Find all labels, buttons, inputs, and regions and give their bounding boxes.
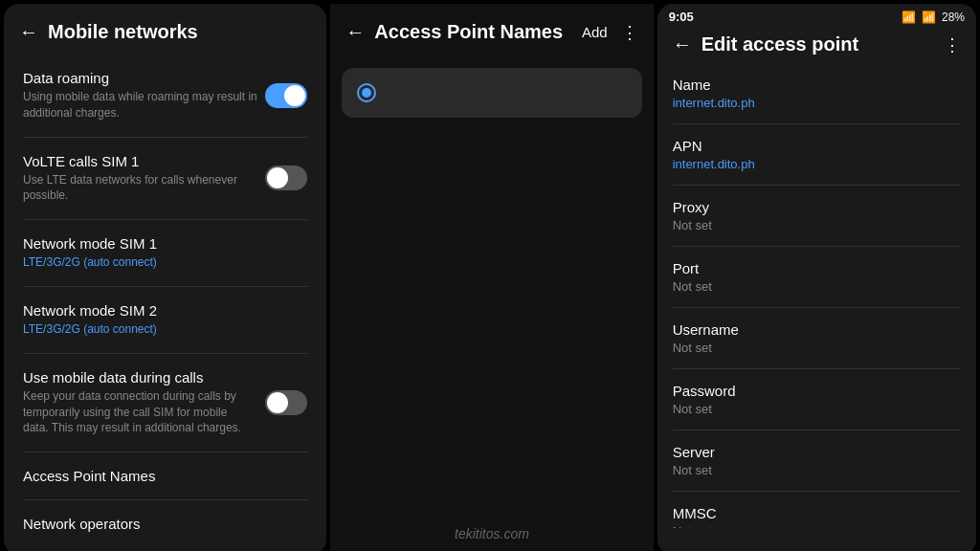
mobile-data-calls-toggle[interactable] bbox=[265, 390, 307, 415]
apn-list-item[interactable] bbox=[342, 68, 641, 118]
toggle-knob bbox=[284, 85, 305, 106]
field-name[interactable]: Name internet.dito.ph bbox=[673, 63, 961, 124]
toggle-knob bbox=[267, 392, 288, 413]
divider bbox=[23, 286, 307, 287]
settings-item-apn[interactable]: Access Point Names bbox=[11, 454, 319, 497]
panel3-title: Edit access point bbox=[702, 33, 934, 55]
add-button[interactable]: Add bbox=[582, 24, 608, 40]
settings-item-data-roaming[interactable]: Data roaming Using mobile data while roa… bbox=[11, 56, 319, 135]
panel3-header: ← Edit access point ⋮ bbox=[657, 26, 976, 63]
volte-toggle[interactable] bbox=[265, 165, 307, 190]
more-options-icon[interactable]: ⋮ bbox=[621, 22, 638, 43]
field-port[interactable]: Port Not set bbox=[673, 247, 961, 308]
field-password[interactable]: Password Not set bbox=[673, 369, 961, 430]
settings-item-volte[interactable]: VoLTE calls SIM 1 Use LTE data networks … bbox=[11, 140, 319, 218]
field-proxy[interactable]: Proxy Not set bbox=[673, 186, 961, 247]
battery-level: 28% bbox=[942, 11, 965, 24]
divider bbox=[23, 137, 307, 138]
apn-container bbox=[330, 56, 653, 129]
panel-apn-list: ← Access Point Names Add ⋮ tekititos.com bbox=[330, 4, 653, 551]
panel-mobile-networks: ← Mobile networks Data roaming Using mob… bbox=[4, 4, 326, 551]
field-mmsc[interactable]: MMSC Not set bbox=[673, 492, 961, 528]
signal-icon: 📶 bbox=[922, 11, 936, 24]
watermark: tekititos.com bbox=[455, 526, 529, 541]
settings-item-network-sim1[interactable]: Network mode SIM 1 LTE/3G/2G (auto conne… bbox=[11, 222, 319, 284]
header-actions: Add ⋮ bbox=[582, 22, 638, 43]
radio-inner bbox=[362, 88, 371, 98]
back-arrow-icon[interactable]: ← bbox=[345, 21, 365, 43]
panel2-title: Access Point Names bbox=[374, 21, 572, 43]
settings-item-network-sim2[interactable]: Network mode SIM 2 LTE/3G/2G (auto conne… bbox=[11, 289, 319, 351]
status-bar: 9:05 📶 📶 28% bbox=[657, 4, 976, 26]
divider bbox=[23, 219, 307, 220]
divider bbox=[23, 353, 307, 354]
divider bbox=[23, 499, 307, 500]
wifi-icon: 📶 bbox=[902, 11, 916, 24]
panel2-header: ← Access Point Names Add ⋮ bbox=[330, 4, 653, 56]
settings-list: Data roaming Using mobile data while roa… bbox=[4, 56, 326, 545]
more-options-icon[interactable]: ⋮ bbox=[944, 34, 961, 55]
radio-button[interactable] bbox=[357, 83, 376, 102]
data-roaming-toggle[interactable] bbox=[265, 83, 307, 108]
back-arrow-icon[interactable]: ← bbox=[673, 33, 692, 55]
field-list: Name internet.dito.ph APN internet.dito.… bbox=[657, 63, 976, 528]
settings-item-mobile-data-calls[interactable]: Use mobile data during calls Keep your d… bbox=[11, 356, 319, 450]
field-username[interactable]: Username Not set bbox=[673, 308, 961, 369]
field-apn[interactable]: APN internet.dito.ph bbox=[673, 124, 961, 186]
panel1-header: ← Mobile networks bbox=[4, 4, 326, 56]
divider bbox=[23, 452, 307, 452]
status-time: 9:05 bbox=[669, 10, 694, 24]
field-server[interactable]: Server Not set bbox=[673, 430, 961, 492]
back-arrow-icon[interactable]: ← bbox=[19, 21, 38, 43]
panel1-title: Mobile networks bbox=[48, 21, 311, 43]
settings-item-network-operators[interactable]: Network operators bbox=[11, 502, 319, 545]
panel-edit-apn: 9:05 📶 📶 28% ← Edit access point ⋮ Name … bbox=[657, 4, 976, 551]
toggle-knob bbox=[267, 167, 288, 188]
